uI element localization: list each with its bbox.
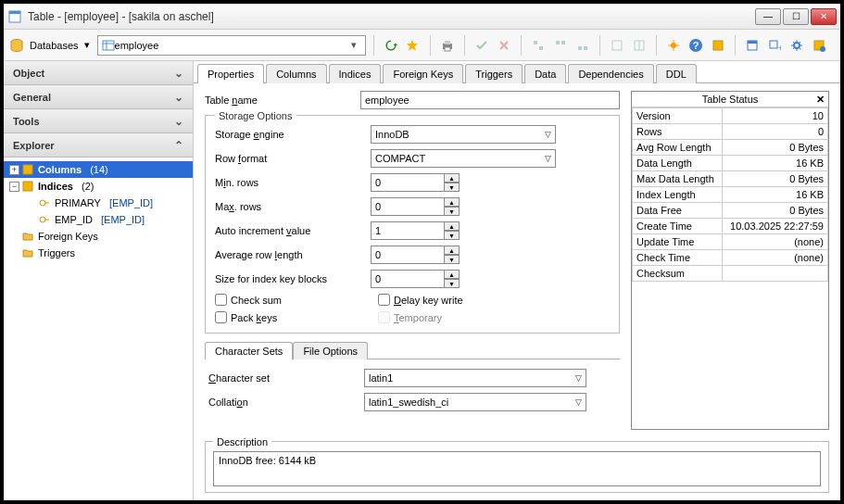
tab-data[interactable]: Data [524,64,566,83]
max-rows-label: Max. rows [215,201,363,212]
panel-object[interactable]: Object⌄ [4,61,193,85]
key-icon [39,214,52,225]
svg-rect-30 [23,182,32,191]
spin-up-icon[interactable]: ▲ [445,221,460,231]
execute-button[interactable] [404,36,422,55]
window-controls: — ☐ ✕ [755,8,837,25]
spin-up-icon[interactable]: ▲ [445,173,460,183]
cancel-button[interactable] [495,36,513,55]
panel-general[interactable]: General⌄ [4,85,193,109]
tool-e-button[interactable] [630,36,649,55]
row-format-select[interactable]: COMPACT▽ [371,149,556,168]
tab-character-sets[interactable]: Character Sets [205,342,293,359]
maximize-button[interactable]: ☐ [783,8,809,25]
delay-key-checkbox[interactable] [378,294,390,306]
tree-index-empid[interactable]: EMP_ID [EMP_ID] [4,211,193,228]
tab-properties[interactable]: Properties [197,64,264,83]
panel-tools[interactable]: Tools⌄ [4,109,193,133]
temporary-checkbox [378,311,390,323]
svg-point-18 [671,43,676,48]
auto-inc-spinner[interactable]: ▲▼ [371,221,463,240]
spin-down-icon[interactable]: ▼ [445,279,460,288]
tool-c-button[interactable] [573,36,592,55]
settings-button[interactable] [787,36,806,55]
tool-f-button[interactable] [664,36,683,55]
table-status-title: Table Status [702,94,759,105]
svg-rect-3 [103,41,114,50]
table-name-input[interactable] [360,91,620,109]
charset-tabs: Character Sets File Options [205,341,620,359]
delay-key-label: Delay key write [394,295,463,306]
databases-label: Databases [30,40,79,51]
table-row: Max Data Length0 Bytes [633,171,828,187]
svg-rect-1 [9,11,20,14]
pack-keys-checkbox[interactable] [215,311,227,323]
table-row: Rows0 [633,124,828,140]
tool-b-button[interactable] [551,36,570,55]
index-key-spinner[interactable]: ▲▼ [371,270,463,288]
databases-dropdown-icon[interactable]: ▾ [84,39,90,51]
table-row: Data Free0 Bytes [633,203,828,219]
tab-triggers[interactable]: Triggers [465,64,523,83]
table-row: Create Time10.03.2025 22:27:59 [633,219,828,234]
tab-file-options[interactable]: File Options [293,342,368,359]
panel-explorer[interactable]: Explorer⌃ [4,133,193,158]
tab-dependencies[interactable]: Dependencies [568,64,653,83]
spin-up-icon[interactable]: ▲ [445,197,460,207]
tab-foreign-keys[interactable]: Foreign Keys [383,64,463,83]
row-format-label: Row format [215,153,363,164]
expand-icon[interactable]: + [9,165,19,175]
storage-engine-select[interactable]: InnoDB▽ [371,125,556,144]
description-input[interactable]: InnoDB free: 6144 kB [213,451,821,486]
checksum-checkbox[interactable] [215,294,227,306]
close-button[interactable]: ✕ [811,8,837,25]
tree-triggers[interactable]: Triggers [4,245,193,261]
window-title: Table - [employee] - [sakila on aschel] [28,10,755,23]
tree-foreign-keys[interactable]: Foreign Keys [4,228,193,245]
close-icon[interactable]: ✕ [816,94,825,106]
content-area: Properties Columns Indices Foreign Keys … [194,61,840,500]
print-button[interactable] [438,36,457,55]
tree-indices[interactable]: − Indices (2) [4,178,193,195]
table-row: Data Length16 KB [633,156,828,171]
svg-rect-14 [584,46,587,50]
tool-i-button[interactable]: + [765,36,784,55]
chevron-down-icon[interactable]: ▾ [346,39,361,51]
spin-down-icon[interactable]: ▼ [445,207,460,216]
tool-a-button[interactable] [529,36,548,55]
table-selector-input[interactable] [115,40,346,51]
minimize-button[interactable]: — [755,8,781,25]
collation-select[interactable]: latin1_swedish_ci▽ [364,393,586,411]
tab-ddl[interactable]: DDL [656,64,697,83]
spin-up-icon[interactable]: ▲ [445,270,460,279]
svg-text:?: ? [692,40,699,51]
help-button[interactable]: ? [687,36,705,55]
spin-down-icon[interactable]: ▼ [445,231,460,240]
tree-index-primary[interactable]: PRIMARY [EMP_ID] [4,195,193,211]
table-selector[interactable]: ▾ [97,35,366,56]
tool-h-button[interactable] [743,36,762,55]
svg-rect-29 [23,165,32,174]
tree-columns[interactable]: + Columns (14) [4,161,193,178]
max-rows-spinner[interactable]: ▲▼ [371,197,463,216]
refresh-button[interactable] [382,36,400,55]
tool-g-button[interactable] [709,36,727,55]
tab-indices[interactable]: Indices [329,64,382,83]
accept-button[interactable] [472,36,491,55]
tool-d-button[interactable] [608,36,626,55]
spin-up-icon[interactable]: ▲ [445,246,460,255]
tool-j-button[interactable] [810,36,828,55]
main-tabs: Properties Columns Indices Foreign Keys … [194,61,840,83]
app-window: Table - [employee] - [sakila on aschel] … [0,0,844,504]
spin-down-icon[interactable]: ▼ [445,255,460,264]
spin-down-icon[interactable]: ▼ [445,183,460,192]
charset-select[interactable]: latin1▽ [364,369,586,387]
min-rows-spinner[interactable]: ▲▼ [371,173,463,192]
database-icon [9,38,24,53]
chevron-down-icon: ⌄ [174,91,183,104]
avg-row-spinner[interactable]: ▲▼ [371,246,463,264]
collapse-icon[interactable]: − [9,182,19,192]
table-row: Checksum [633,266,828,282]
svg-rect-23 [748,41,757,44]
tab-columns[interactable]: Columns [266,64,326,83]
